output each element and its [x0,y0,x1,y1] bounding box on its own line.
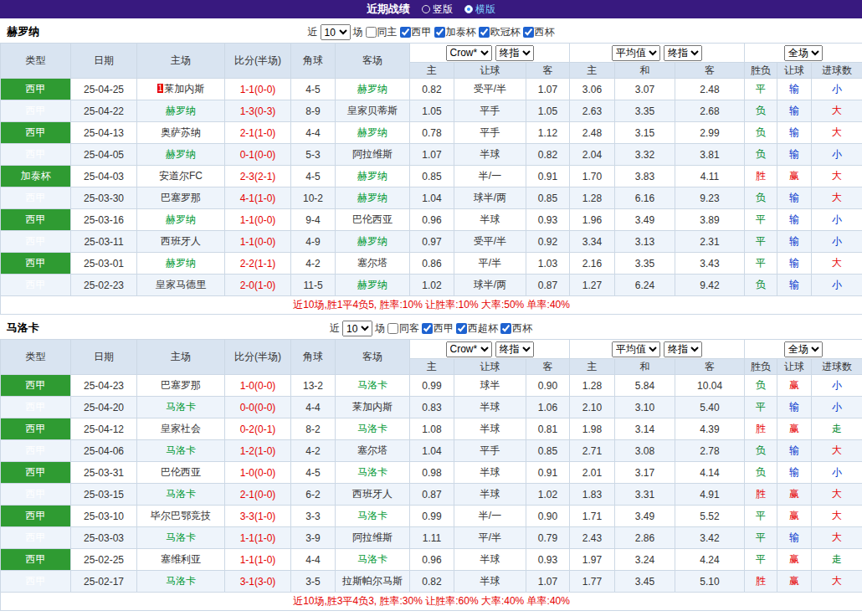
home-team-cell[interactable]: 西班牙人 [137,231,225,253]
recent-count-select[interactable]: 10 [321,24,351,40]
score-cell[interactable]: 2-1(0-0) [225,484,291,506]
radio-vertical[interactable]: 竖版 [422,3,453,17]
away-team-cell[interactable]: 马洛卡 [336,549,410,571]
same-side-checkbox-input[interactable] [366,27,377,38]
home-team-cell[interactable]: 赫罗纳 [137,144,225,166]
home-team-name: 马洛卡 [166,401,196,413]
recent-count-select[interactable]: 10 [342,321,372,336]
score-cell[interactable]: 1-1(1-0) [225,549,291,571]
away-team-cell[interactable]: 马洛卡 [336,375,410,397]
away-team-cell[interactable]: 赫罗纳 [336,122,410,144]
type-cell: 西甲 [1,100,71,122]
same-side-checkbox-input[interactable] [387,323,398,334]
away-team-cell[interactable]: 赫罗纳 [336,231,410,253]
home-team-cell[interactable]: 赫罗纳 [137,209,225,231]
score-cell[interactable]: 2-2(1-1) [225,253,291,275]
away-team-cell[interactable]: 塞尔塔 [336,440,410,462]
league-checkbox[interactable]: 西甲 [400,25,432,39]
away-team-cell[interactable]: 马洛卡 [336,462,410,484]
league-checkbox-input[interactable] [479,27,490,38]
scope-select[interactable]: 全场 [784,45,823,61]
home-team-cell[interactable]: 巴伦西亚 [137,462,225,484]
score-cell[interactable]: 1-0(0-0) [225,462,291,484]
away-team-cell[interactable]: 赫罗纳 [336,187,410,209]
away-team-cell[interactable]: 巴伦西亚 [336,209,410,231]
handicap-cell: 半/一 [454,166,526,187]
home-team-cell[interactable]: 皇家马德里 [137,275,225,296]
home-team-cell[interactable]: 赫罗纳 [137,100,225,122]
same-side-checkbox[interactable]: 同主 [366,25,398,39]
league-checkbox[interactable]: 加泰杯 [434,25,476,39]
avg-provider-select[interactable]: 平均值 [612,45,660,61]
avg-stage-select[interactable]: 终指 [664,341,702,357]
odds-provider-select[interactable]: Crow* [446,341,492,357]
league-checkbox-input[interactable] [400,27,411,38]
same-side-checkbox[interactable]: 同客 [387,321,419,336]
home-team-cell[interactable]: 安道尔FC [137,166,225,187]
home-team-cell[interactable]: 马洛卡 [137,571,225,593]
league-checkbox[interactable]: 欧冠杯 [479,25,521,39]
away-team-cell[interactable]: 塞尔塔 [336,253,410,275]
away-team-cell[interactable]: 阿拉维斯 [336,527,410,549]
score-cell[interactable]: 1-2(1-0) [225,440,291,462]
home-team-cell[interactable]: 奥萨苏纳 [137,122,225,144]
odds-provider-select[interactable]: Crow* [446,45,492,61]
home-team-cell[interactable]: 巴塞罗那 [137,375,225,397]
home-team-cell[interactable]: 皇家社会 [137,418,225,440]
odds-stage-select[interactable]: 终指 [495,45,534,61]
league-checkbox-input[interactable] [422,323,433,334]
home-team-cell[interactable]: 马洛卡 [137,527,225,549]
league-checkbox[interactable]: 西超杯 [456,321,498,336]
league-checkbox-input[interactable] [456,323,467,334]
score-cell[interactable]: 3-3(1-0) [225,506,291,527]
score-cell[interactable]: 1-0(0-0) [225,375,291,397]
league-checkbox-input[interactable] [523,27,534,38]
score-cell[interactable]: 1-3(0-3) [225,100,291,122]
score-cell[interactable]: 1-1(1-0) [225,527,291,549]
score-cell[interactable]: 0-0(0-0) [225,397,291,418]
score-cell[interactable]: 1-1(0-0) [225,209,291,231]
away-team-cell[interactable]: 马洛卡 [336,418,410,440]
score-cell[interactable]: 1-1(0-0) [225,231,291,253]
score-cell[interactable]: 0-1(0-0) [225,144,291,166]
result-handicap-cell: 赢 [777,166,812,187]
away-team-cell[interactable]: 赫罗纳 [336,166,410,187]
date-cell: 25-03-11 [71,231,137,253]
scope-select[interactable]: 全场 [784,341,823,357]
home-team-cell[interactable]: 巴塞罗那 [137,187,225,209]
league-checkbox[interactable]: 西甲 [422,321,454,336]
odds-stage-select[interactable]: 终指 [495,341,534,357]
away-team-cell[interactable]: 皇家贝蒂斯 [336,100,410,122]
away-team-cell[interactable]: 西班牙人 [336,484,410,506]
score-cell[interactable]: 3-1(3-0) [225,571,291,593]
radio-horizontal[interactable]: 横版 [464,3,495,17]
home-team-cell[interactable]: 毕尔巴鄂竞技 [137,506,225,527]
score-cell[interactable]: 2-1(1-0) [225,122,291,144]
score-cell[interactable]: 0-2(0-1) [225,418,291,440]
league-checkbox-input[interactable] [434,27,445,38]
score-cell[interactable]: 4-1(1-0) [225,187,291,209]
away-team-cell[interactable]: 赫罗纳 [336,79,410,100]
home-team-cell[interactable]: 马洛卡 [137,397,225,418]
score-cell[interactable]: 2-0(1-0) [225,275,291,296]
home-team-cell[interactable]: 赫罗纳 [137,253,225,275]
home-team-cell[interactable]: 塞维利亚 [137,549,225,571]
league-checkbox[interactable]: 西杯 [523,25,555,39]
home-team-name: 马洛卡 [166,444,196,456]
score-cell[interactable]: 2-3(2-1) [225,166,291,187]
league-checkbox-input[interactable] [500,323,511,334]
home-team-cell[interactable]: 马洛卡 [137,440,225,462]
away-team-cell[interactable]: 莱加内斯 [336,397,410,418]
avg-stage-select[interactable]: 终指 [664,45,702,61]
away-team-cell[interactable]: 马洛卡 [336,506,410,527]
score-cell[interactable]: 1-1(0-0) [225,79,291,100]
type-cell: 西甲 [1,418,71,440]
away-team-cell[interactable]: 阿拉维斯 [336,144,410,166]
league-checkbox[interactable]: 西杯 [500,321,532,336]
result-handicap-cell: 输 [777,79,812,100]
home-team-cell[interactable]: 1莱加内斯 [137,79,225,100]
avg-provider-select[interactable]: 平均值 [612,341,660,357]
away-team-cell[interactable]: 赫罗纳 [336,275,410,296]
home-team-cell[interactable]: 马洛卡 [137,484,225,506]
away-team-cell[interactable]: 拉斯帕尔马斯 [336,571,410,593]
